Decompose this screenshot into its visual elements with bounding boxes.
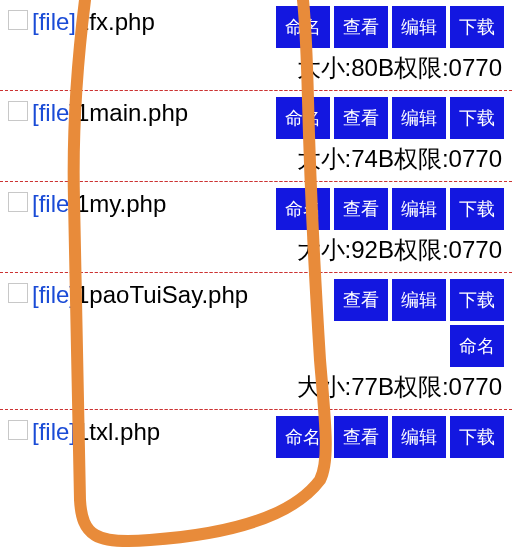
file-row: [file]1fx.php 命名 查看 编辑 下载 大小:80B权限:0770 <box>0 0 512 91</box>
perm-label: 权限: <box>394 54 449 81</box>
view-button[interactable]: 查看 <box>334 279 388 321</box>
row-checkbox[interactable] <box>8 283 28 303</box>
file-row: [file]1paoTuiSay.php 查看 编辑 下载 命名 大小:77B权… <box>0 272 512 410</box>
perm-label: 权限: <box>394 145 449 172</box>
file-row: [file]1my.php 命名 查看 编辑 下载 大小:92B权限:0770 <box>0 181 512 273</box>
file-type-tag: [file] <box>32 190 76 217</box>
row-actions: 命名 查看 编辑 下载 <box>276 95 504 141</box>
row-actions: 查看 编辑 下载 命名 <box>324 277 504 369</box>
file-list: [file]1fx.php 命名 查看 编辑 下载 大小:80B权限:0770 … <box>0 0 512 460</box>
size-value: 74B <box>351 145 394 172</box>
row-checkbox[interactable] <box>8 10 28 30</box>
row-checkbox[interactable] <box>8 101 28 121</box>
file-row: [file]1main.php 命名 查看 编辑 下载 大小:74B权限:077… <box>0 90 512 182</box>
row-checkbox[interactable] <box>8 420 28 440</box>
rename-button[interactable]: 命名 <box>276 416 330 458</box>
view-button[interactable]: 查看 <box>334 97 388 139</box>
perm-value: 0770 <box>449 373 502 400</box>
download-button[interactable]: 下载 <box>450 279 504 321</box>
view-button[interactable]: 查看 <box>334 188 388 230</box>
edit-button[interactable]: 编辑 <box>392 279 446 321</box>
perm-value: 0770 <box>449 54 502 81</box>
view-button[interactable]: 查看 <box>334 416 388 458</box>
size-label: 大小: <box>297 236 352 263</box>
file-name-text: 1fx.php <box>76 8 155 35</box>
perm-label: 权限: <box>394 236 449 263</box>
edit-button[interactable]: 编辑 <box>392 416 446 458</box>
file-meta: 大小:74B权限:0770 <box>0 141 512 181</box>
size-value: 80B <box>351 54 394 81</box>
file-name[interactable]: [file]1main.php <box>32 95 276 128</box>
rename-button[interactable]: 命名 <box>276 188 330 230</box>
row-actions: 命名 查看 编辑 下载 <box>276 186 504 232</box>
download-button[interactable]: 下载 <box>450 188 504 230</box>
perm-value: 0770 <box>449 236 502 263</box>
size-label: 大小: <box>297 145 352 172</box>
download-button[interactable]: 下载 <box>450 6 504 48</box>
row-actions: 命名 查看 编辑 下载 <box>276 414 504 460</box>
file-name-text: 1main.php <box>76 99 188 126</box>
perm-label: 权限: <box>394 373 449 400</box>
size-value: 92B <box>351 236 394 263</box>
file-name[interactable]: [file]1paoTuiSay.php <box>32 277 324 310</box>
file-name[interactable]: [file]1my.php <box>32 186 276 219</box>
file-name-text: 1paoTuiSay.php <box>76 281 248 308</box>
file-name-text: 1txl.php <box>76 418 160 445</box>
view-button[interactable]: 查看 <box>334 6 388 48</box>
file-type-tag: [file] <box>32 99 76 126</box>
file-name[interactable]: [file]1fx.php <box>32 4 276 37</box>
edit-button[interactable]: 编辑 <box>392 6 446 48</box>
rename-button[interactable]: 命名 <box>276 6 330 48</box>
file-meta: 大小:80B权限:0770 <box>0 50 512 90</box>
file-type-tag: [file] <box>32 8 76 35</box>
perm-value: 0770 <box>449 145 502 172</box>
size-label: 大小: <box>297 54 352 81</box>
download-button[interactable]: 下载 <box>450 97 504 139</box>
edit-button[interactable]: 编辑 <box>392 188 446 230</box>
file-name-text: 1my.php <box>76 190 166 217</box>
edit-button[interactable]: 编辑 <box>392 97 446 139</box>
row-actions: 命名 查看 编辑 下载 <box>276 4 504 50</box>
row-checkbox[interactable] <box>8 192 28 212</box>
file-meta: 大小:92B权限:0770 <box>0 232 512 272</box>
file-type-tag: [file] <box>32 281 76 308</box>
rename-button[interactable]: 命名 <box>276 97 330 139</box>
size-value: 77B <box>351 373 394 400</box>
file-row: [file]1txl.php 命名 查看 编辑 下载 <box>0 409 512 460</box>
rename-button[interactable]: 命名 <box>450 325 504 367</box>
size-label: 大小: <box>297 373 352 400</box>
file-name[interactable]: [file]1txl.php <box>32 414 276 447</box>
download-button[interactable]: 下载 <box>450 416 504 458</box>
file-type-tag: [file] <box>32 418 76 445</box>
file-meta: 大小:77B权限:0770 <box>0 369 512 409</box>
